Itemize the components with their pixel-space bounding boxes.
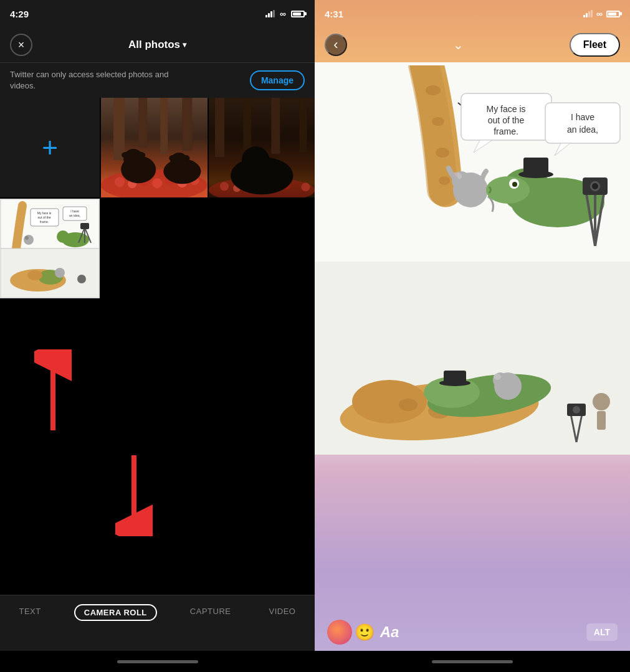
photo-grid: + (0, 98, 315, 595)
back-button[interactable]: ‹ (325, 34, 347, 56)
comic-svg-bottom (315, 262, 630, 455)
svg-point-111 (593, 393, 610, 410)
emoji-button[interactable]: 🙂 (352, 620, 377, 645)
svg-text:My face is: My face is (37, 211, 52, 215)
home-indicator-right (315, 651, 630, 672)
svg-rect-20 (215, 98, 224, 157)
svg-point-84 (592, 183, 598, 189)
arrow-down (115, 455, 153, 539)
svg-point-34 (257, 153, 269, 161)
svg-rect-22 (271, 98, 280, 154)
all-photos-label: All photos (128, 39, 180, 51)
svg-rect-1 (138, 98, 147, 148)
svg-rect-0 (113, 98, 125, 160)
svg-rect-112 (597, 411, 606, 430)
home-bar-right (432, 660, 513, 663)
header-left: × All photos ▾ (0, 27, 315, 62)
link-icon-right: ∞ (596, 9, 603, 19)
right-panel: 4:31 ∞ ‹ ⌄ Fleet (315, 0, 630, 672)
svg-point-64 (432, 117, 444, 126)
svg-point-40 (57, 230, 69, 243)
svg-rect-78 (523, 158, 548, 175)
comic-svg-top: My face is out of the frame. I have an i… (315, 65, 630, 258)
svg-point-106 (494, 374, 501, 380)
emoji-icon: 🙂 (355, 623, 375, 642)
comic-panel-bottom (315, 262, 630, 455)
svg-point-55 (55, 268, 65, 278)
svg-point-8 (152, 179, 162, 189)
close-button[interactable]: × (10, 34, 32, 56)
time-left: 4:29 (10, 9, 29, 19)
signal-icon-right (583, 10, 593, 17)
manage-button[interactable]: Manage (250, 70, 305, 90)
fleet-toolbar: 🙂 Aa ALT (315, 613, 630, 651)
grid-row-1: + (0, 98, 315, 197)
photo-bears-right[interactable] (209, 98, 315, 197)
photo-bears-left[interactable] (101, 98, 208, 197)
permission-banner: Twitter can only access selected photos … (0, 62, 315, 98)
svg-point-35 (243, 171, 268, 184)
svg-point-30 (301, 183, 310, 192)
tab-camera-roll[interactable]: CAMERA ROLL (74, 604, 157, 621)
svg-point-57 (77, 275, 86, 283)
svg-point-14 (122, 152, 130, 158)
battery-icon-right (606, 11, 620, 17)
left-panel: 4:29 ∞ × All photos ▾ Twitter can only a… (0, 0, 315, 672)
svg-rect-3 (182, 98, 192, 151)
text-format-button[interactable]: Aa (377, 620, 402, 645)
time-right: 4:31 (325, 9, 343, 19)
arrow-up (34, 349, 72, 433)
plus-icon: + (42, 132, 58, 163)
grid-row-2: My face is out of the frame. I have an i… (0, 199, 315, 298)
svg-text:frame.: frame. (40, 220, 49, 224)
comic-panel-top: My face is out of the frame. I have an i… (315, 62, 630, 262)
svg-point-5 (115, 177, 125, 187)
tab-text[interactable]: TEXT (14, 604, 46, 618)
alt-button[interactable]: ALT (586, 623, 618, 641)
battery-icon-left (291, 11, 305, 17)
status-icons-right: ∞ (583, 9, 620, 19)
fleet-content: ‹ ⌄ Fleet (315, 0, 630, 672)
svg-point-19 (182, 155, 189, 161)
svg-point-38 (25, 236, 29, 240)
svg-rect-90 (545, 103, 620, 143)
svg-rect-44 (80, 223, 89, 229)
svg-point-37 (24, 235, 34, 245)
home-bar-left (117, 660, 198, 663)
tab-video[interactable]: VIDEO (264, 604, 300, 618)
svg-point-63 (426, 85, 441, 95)
fleet-button[interactable]: Fleet (570, 33, 620, 57)
svg-text:an idea,: an idea, (567, 125, 598, 135)
svg-point-66 (439, 176, 450, 185)
permission-text: Twitter can only access selected photos … (10, 69, 184, 92)
svg-point-15 (136, 152, 145, 158)
svg-rect-21 (243, 98, 251, 151)
svg-point-76 (512, 182, 517, 187)
link-icon-left: ∞ (280, 9, 286, 19)
svg-text:frame.: frame. (494, 126, 518, 136)
header-title[interactable]: All photos ▾ (128, 39, 186, 51)
svg-rect-103 (444, 371, 466, 384)
svg-rect-2 (160, 98, 168, 154)
svg-point-13 (123, 149, 143, 169)
photo-comic-small[interactable]: My face is out of the frame. I have an i… (0, 199, 100, 298)
svg-text:I have: I have (571, 112, 594, 122)
tab-capture[interactable]: CAPTURE (185, 604, 236, 618)
tab-bar-left: TEXT CAMERA ROLL CAPTURE VIDEO (0, 595, 315, 651)
chevron-down-button[interactable]: ⌄ (447, 34, 469, 56)
close-icon: × (18, 39, 25, 52)
svg-point-25 (220, 182, 229, 191)
signal-icon-left (265, 10, 275, 17)
svg-point-110 (573, 406, 580, 414)
back-icon: ‹ (333, 37, 338, 53)
color-picker-button[interactable] (327, 620, 352, 645)
svg-point-74 (486, 176, 530, 204)
svg-text:out of the: out of the (488, 115, 525, 125)
status-bar-left: 4:29 ∞ (0, 0, 315, 27)
svg-point-97 (399, 399, 418, 411)
svg-point-65 (436, 148, 449, 158)
home-indicator-left (0, 651, 315, 672)
add-photo-cell[interactable]: + (0, 98, 100, 197)
chevron-down-icon: ▾ (183, 40, 186, 49)
svg-point-18 (169, 155, 176, 161)
